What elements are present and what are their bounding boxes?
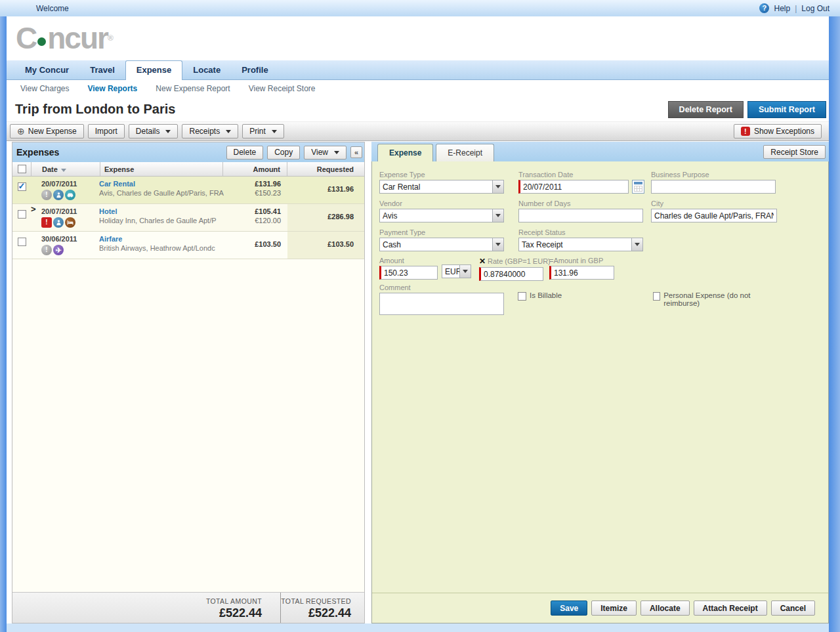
receipt-status-select[interactable]: Tax Receipt — [518, 238, 643, 251]
alert-icon: ! — [41, 190, 52, 200]
exception-icon: ! — [41, 217, 52, 228]
help-icon[interactable]: ? — [759, 3, 769, 13]
attach-receipt-button[interactable]: Attach Receipt — [694, 600, 767, 616]
amount-in-gbp-input[interactable] — [549, 266, 614, 280]
show-exceptions-button[interactable]: !Show Exceptions — [734, 124, 822, 138]
tab-expense-detail[interactable]: Expense — [377, 144, 433, 161]
number-of-days-input[interactable] — [518, 209, 643, 222]
collapse-panel-button[interactable]: « — [350, 146, 362, 158]
chevron-down-icon — [334, 151, 339, 154]
car-icon — [65, 190, 75, 200]
tab-travel[interactable]: Travel — [79, 61, 125, 79]
print-dropdown-button[interactable]: Print — [242, 124, 284, 138]
subnav-view-charges[interactable]: View Charges — [20, 84, 69, 93]
column-header-requested[interactable]: Requested — [287, 165, 364, 173]
subnav-new-expense-report[interactable]: New Expense Report — [156, 84, 230, 93]
tab-my-concur[interactable]: My Concur — [14, 61, 79, 79]
tab-expense[interactable]: Expense — [125, 60, 182, 80]
amount-input[interactable] — [379, 266, 438, 280]
logout-link[interactable]: Log Out — [801, 4, 830, 13]
row-checkbox[interactable] — [18, 210, 26, 219]
business-purpose-input[interactable] — [651, 180, 776, 194]
delete-report-button[interactable]: Delete Report — [668, 101, 744, 118]
details-dropdown-button[interactable]: Details — [129, 124, 178, 138]
column-header-amount[interactable]: Amount — [223, 165, 287, 173]
chevron-down-icon — [226, 130, 231, 133]
receipts-dropdown-button[interactable]: Receipts — [182, 124, 238, 138]
main-nav: My Concur Travel Expense Locate Profile — [7, 60, 829, 80]
row-checkbox[interactable] — [18, 182, 26, 191]
comment-textarea[interactable] — [379, 293, 504, 315]
cancel-button[interactable]: Cancel — [771, 600, 815, 616]
expense-name-link[interactable]: Airfare — [99, 232, 224, 243]
vendor-select[interactable]: Avis — [379, 209, 504, 222]
expand-row-icon[interactable]: > — [31, 196, 36, 214]
exception-icon: ! — [741, 127, 750, 136]
expense-row-airfare[interactable]: 30/06/2011 ! ✈ Airfare British Airways, … — [12, 232, 364, 259]
currency-select[interactable]: EUR — [442, 264, 471, 278]
view-dropdown-button[interactable]: View — [304, 146, 346, 159]
chevron-down-icon — [492, 209, 503, 222]
chevron-down-icon — [631, 238, 642, 251]
amount-in-gbp-label: =Amount in GBP — [549, 257, 614, 264]
expense-name-link[interactable]: Car Rental — [99, 177, 224, 188]
city-label: City — [651, 200, 777, 207]
expense-row-car-rental[interactable]: 20/07/2011 ! Car Rental Avis, Charles de… — [12, 177, 364, 204]
new-expense-button[interactable]: ⊕New Expense — [10, 124, 84, 138]
plus-circle-icon: ⊕ — [17, 127, 25, 136]
itemize-button[interactable]: Itemize — [591, 600, 637, 616]
copy-expense-button[interactable]: Copy — [267, 146, 300, 159]
report-header: Trip from London to Paris Delete Report … — [7, 97, 829, 121]
row-checkbox[interactable] — [18, 238, 26, 246]
chevron-down-icon — [459, 265, 471, 278]
help-link[interactable]: Help — [774, 4, 790, 13]
expense-name-link[interactable]: Hotel — [99, 204, 224, 215]
expense-details-panel: Expense E-Receipt Receipt Store Expense … — [371, 142, 829, 623]
expense-row-hotel[interactable]: > 20/07/2011 ! Hotel Holiday Inn, Charle… — [12, 204, 364, 232]
is-billable-checkbox[interactable] — [518, 292, 526, 301]
hotel-icon — [65, 217, 75, 228]
details-tab-bar: Expense E-Receipt Receipt Store — [371, 142, 829, 161]
airplane-icon: ✈ — [53, 245, 64, 255]
expense-amount: £105.41 — [224, 204, 281, 215]
receipt-status-label: Receipt Status — [518, 228, 643, 236]
chevron-down-icon — [492, 180, 503, 193]
column-header-expense[interactable]: Expense — [100, 165, 222, 173]
delete-expense-button[interactable]: Delete — [226, 146, 264, 159]
remove-rate-icon[interactable]: ✕ — [479, 257, 486, 266]
payment-type-select[interactable]: Cash — [379, 238, 504, 251]
transaction-date-input[interactable] — [518, 180, 629, 194]
window-frame-right — [829, 16, 840, 632]
rate-input[interactable] — [479, 267, 543, 281]
expense-type-select[interactable]: Car Rental — [379, 180, 504, 194]
calendar-icon[interactable] — [632, 180, 644, 194]
expense-requested: £131.96 — [287, 177, 354, 193]
topbar-divider: | — [795, 4, 797, 13]
tab-locate[interactable]: Locate — [182, 61, 231, 79]
allocate-button[interactable]: Allocate — [640, 600, 690, 616]
expense-amount: £131.96 — [224, 177, 281, 188]
sub-nav: View Charges View Reports New Expense Re… — [7, 80, 829, 97]
subnav-view-receipt-store[interactable]: View Receipt Store — [249, 84, 316, 93]
subnav-view-reports[interactable]: View Reports — [87, 84, 137, 93]
chevron-down-icon — [492, 238, 503, 251]
window-frame-left — [0, 16, 7, 632]
import-button[interactable]: Import — [88, 124, 125, 138]
submit-report-button[interactable]: Submit Report — [747, 101, 826, 118]
expense-requested: £286.98 — [287, 204, 354, 221]
select-all-checkbox[interactable] — [18, 165, 26, 173]
column-header-date[interactable]: Date — [42, 165, 100, 173]
expense-type-label: Expense Type — [379, 171, 504, 179]
top-bar: Welcome ? Help | Log Out — [0, 0, 840, 16]
is-billable-label: Is Billable — [530, 291, 562, 299]
tab-profile[interactable]: Profile — [231, 61, 278, 79]
expense-vendor-location: Avis, Charles de Gaulle Apt/Paris, FRA — [99, 189, 224, 197]
tab-ereceipt[interactable]: E-Receipt — [436, 144, 494, 161]
save-button[interactable]: Save — [551, 600, 587, 616]
expenses-panel: Expenses Delete Copy View « Date Expense… — [12, 142, 365, 623]
expense-requested: £103.50 — [287, 232, 354, 248]
content-area: Expenses Delete Copy View « Date Expense… — [7, 142, 829, 623]
receipt-store-button[interactable]: Receipt Store — [763, 145, 826, 159]
city-input[interactable] — [651, 209, 777, 222]
personal-expense-checkbox[interactable] — [653, 292, 660, 301]
